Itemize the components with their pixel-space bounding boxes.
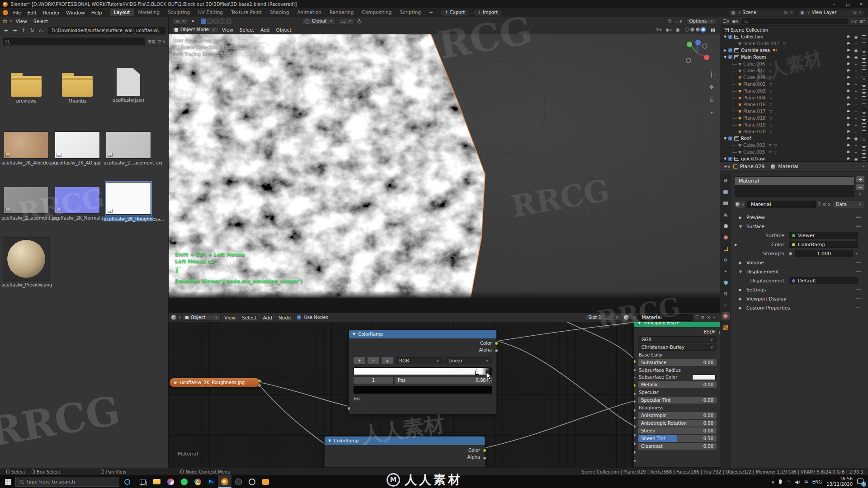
connect-icon[interactable]: ⧉ bbox=[805, 479, 808, 484]
tab-constraints[interactable]: ⛓ bbox=[722, 290, 729, 297]
subsurface-method-dropdown[interactable]: Christensen-Burley∨ bbox=[638, 344, 717, 351]
outliner-row[interactable]: ▼Cube.003⚙▽⌣ bbox=[720, 142, 868, 149]
monitor-icon[interactable] bbox=[862, 56, 866, 59]
gizmo-toggle-icon[interactable]: ⟲ bbox=[668, 19, 671, 23]
outliner-row[interactable]: ▼✓Main Room ◉ bbox=[720, 54, 868, 61]
path-field[interactable]: D:\Downloaded\surface\surface_wall_ucoff… bbox=[48, 27, 165, 34]
material-shading-icon[interactable] bbox=[696, 28, 700, 32]
monitor-icon[interactable] bbox=[862, 42, 866, 45]
proportional-edit-icon[interactable]: ◎ bbox=[357, 18, 362, 24]
outliner-filter-icon[interactable]: ▣∨ bbox=[732, 19, 739, 23]
mode-dropdown[interactable]: Object Mode∨ bbox=[171, 26, 218, 33]
active-tool-dropdown[interactable]: ⊹∨ bbox=[172, 18, 188, 24]
viewport-menu-select[interactable]: Select bbox=[237, 27, 257, 33]
eye-open-icon[interactable]: ◉ bbox=[854, 48, 859, 53]
outliner-row[interactable]: ▼✓Roof ◉ bbox=[720, 135, 868, 142]
clock[interactable]: 16:5613/11/2020 bbox=[826, 476, 853, 487]
new-folder-button[interactable]: 🗀⁺ bbox=[38, 28, 47, 33]
refresh-button[interactable]: ↻ bbox=[29, 28, 36, 33]
eye-open-icon[interactable]: ◉ bbox=[854, 157, 859, 161]
anisotropic-input-socket[interactable] bbox=[634, 425, 636, 428]
display-mode-buttons[interactable]: ▥▤ bbox=[148, 39, 156, 44]
collapse-arrow-icon[interactable]: ▶ bbox=[175, 380, 177, 385]
options-dropdown[interactable]: Options∨ bbox=[686, 18, 716, 24]
tab-modeling[interactable]: Modeling bbox=[134, 9, 164, 16]
copy-material-icon[interactable]: ⧉ bbox=[823, 202, 826, 207]
pin-icon[interactable]: ⌖ bbox=[862, 164, 864, 169]
cursor-tool-icon[interactable]: ➢ bbox=[191, 18, 195, 24]
param-row[interactable]: Clearcoat0.00 bbox=[638, 443, 717, 450]
remove-stop-button[interactable]: − bbox=[368, 357, 379, 364]
param-row[interactable]: Base Color bbox=[634, 352, 720, 358]
overlay-toggle-icon[interactable]: ◌∨ bbox=[675, 19, 683, 23]
panel-displacement[interactable]: ▼Displacement══ bbox=[735, 267, 864, 276]
displacement-value[interactable]: Default bbox=[789, 277, 858, 284]
anisotropic-rotation-input-socket[interactable] bbox=[634, 433, 636, 437]
selectable-icon[interactable] bbox=[847, 136, 851, 141]
file-item[interactable]: ▴ ucoffaslw_2K_AO.jpg bbox=[52, 131, 102, 165]
material-browse-dropdown[interactable]: ∨ bbox=[735, 201, 745, 208]
image-alpha-output-socket[interactable] bbox=[258, 384, 261, 387]
menu-file[interactable]: File bbox=[10, 10, 24, 15]
param-row[interactable]: Sheen0.00 bbox=[638, 427, 717, 434]
color-output-socket[interactable] bbox=[483, 449, 486, 452]
outliner-row[interactable]: ▼Cube.005⚙▽⌣ bbox=[720, 149, 868, 155]
outliner-row[interactable]: ▼Scale-Dude.002▽ ⌣ bbox=[720, 40, 868, 47]
pause-render-icon[interactable]: ▮▮ bbox=[711, 28, 715, 32]
menu-window[interactable]: Window bbox=[63, 10, 88, 15]
sheen-tint-input-socket[interactable] bbox=[634, 450, 636, 454]
blender-taskbar-icon[interactable] bbox=[218, 475, 231, 488]
mode-toggle-group[interactable] bbox=[201, 19, 231, 24]
file-browser-editor-icon[interactable]: 🗀 bbox=[3, 19, 7, 23]
ramp-specials-dropdown[interactable]: ∨ bbox=[382, 357, 393, 364]
monitor-icon[interactable] bbox=[862, 157, 866, 160]
param-row[interactable]: Subsurface Radius bbox=[634, 367, 720, 374]
unlink-material-icon[interactable]: ✕ bbox=[707, 315, 710, 320]
stop-color-swatch[interactable] bbox=[354, 386, 492, 394]
viewport-3d[interactable]: Object Mode∨ View Select Add Object ⟐∨ ◉… bbox=[169, 25, 720, 313]
outliner-display-mode-icon[interactable]: ☰∨ bbox=[723, 19, 730, 23]
fake-user-shield-icon[interactable]: ⛉ bbox=[818, 202, 821, 207]
node-menu-view[interactable]: View bbox=[222, 315, 238, 320]
color-ramp-gradient[interactable] bbox=[354, 367, 492, 375]
collapse-arrow-icon[interactable]: ▼ bbox=[328, 439, 331, 443]
material-name-field[interactable]: Material bbox=[638, 314, 693, 321]
param-row[interactable]: Metallic0.00 bbox=[638, 381, 717, 388]
outliner-row[interactable]: ▼Cube.007▽⌣ bbox=[720, 67, 868, 74]
taskbar-search-input[interactable]: Type here to search bbox=[15, 477, 119, 487]
tab-world[interactable] bbox=[722, 234, 729, 241]
data-link-button[interactable]: Data∨ bbox=[833, 201, 864, 208]
add-slot-button[interactable]: + bbox=[856, 176, 864, 183]
copy-material-icon[interactable]: ⧉ bbox=[701, 315, 704, 320]
tab-output[interactable] bbox=[722, 200, 729, 207]
selectable-icon[interactable] bbox=[847, 48, 851, 52]
snapping-dropdown[interactable]: ◡∨ bbox=[338, 18, 354, 24]
back-button[interactable]: ← bbox=[3, 28, 9, 33]
properties-editor-icon[interactable]: ☰∨ bbox=[724, 164, 731, 169]
shader-editor-icon[interactable] bbox=[171, 315, 176, 320]
fake-user-shield-icon[interactable]: ⛉ bbox=[695, 315, 698, 320]
scene-selector[interactable]: ▦∨Scene⧉✕ bbox=[729, 9, 795, 16]
task-view-button[interactable] bbox=[135, 475, 150, 488]
tab-layout[interactable]: Layout bbox=[110, 9, 134, 16]
file-item[interactable]: ▴ ucoffaslw_2K_Normal.jpg bbox=[52, 187, 102, 221]
panel-preview[interactable]: ▶Preview══ bbox=[735, 213, 864, 222]
file-search-input[interactable] bbox=[3, 38, 145, 45]
minimize-button[interactable]: – bbox=[827, 0, 841, 8]
navigation-gizmo[interactable] bbox=[683, 39, 711, 67]
menu-render[interactable]: Render bbox=[40, 10, 63, 15]
collapse-arrow-icon[interactable]: ▼ bbox=[353, 332, 355, 336]
file-item[interactable]: ucoffaslw_Preview.png bbox=[1, 237, 51, 287]
file-explorer-icon[interactable] bbox=[150, 475, 164, 488]
filter-button[interactable]: ▽ ∨ bbox=[158, 39, 165, 44]
param-row-sheen-tint[interactable]: Sheen Tint0.50 bbox=[638, 435, 717, 442]
maximize-button[interactable]: □ bbox=[841, 0, 854, 8]
eye-open-icon[interactable]: ◉ bbox=[854, 35, 859, 39]
photoshop-icon[interactable]: Ps bbox=[204, 475, 218, 488]
tray-expand-icon[interactable]: ∧ bbox=[771, 479, 774, 484]
interpolation-dropdown[interactable]: Linear∨ bbox=[445, 357, 492, 364]
volume-icon[interactable]: ◀⟩ bbox=[795, 479, 800, 484]
clearcoat-input-socket[interactable] bbox=[634, 459, 636, 463]
principled-bsdf-node[interactable]: ▼ Principled BSDF BSDF GGX∨ Christensen-… bbox=[634, 318, 720, 468]
file-item[interactable]: previews bbox=[1, 72, 51, 103]
